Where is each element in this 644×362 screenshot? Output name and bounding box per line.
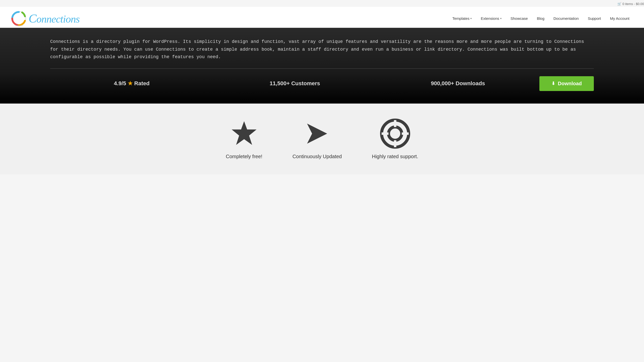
stat-customers: 11,500+ Customers [213, 80, 376, 87]
features-grid: Completely free! Continuously Updated [172, 119, 473, 159]
nav-item-extensions[interactable]: Extensions ▾ [476, 9, 506, 28]
feature-support: Highly rated support. [372, 119, 418, 159]
hero-section: Connections is a directory plugin for Wo… [0, 28, 644, 104]
nav-item-blog[interactable]: Blog [532, 9, 549, 28]
cart-icon: 🛒 [617, 2, 621, 6]
star-icon: ★ [128, 80, 133, 86]
nav-item-showcase[interactable]: Showcase [506, 9, 532, 28]
stat-rating: 4.9/5 ★ Rated [50, 80, 213, 87]
nav-item-my-account[interactable]: My Account [605, 9, 634, 28]
feature-free: Completely free! [226, 119, 262, 159]
feature-updated: Continuously Updated [293, 119, 342, 159]
svg-marker-3 [307, 124, 327, 144]
hero-stats: 4.9/5 ★ Rated 11,500+ Customers 900,000+… [50, 76, 594, 91]
feature-icon-free [229, 119, 259, 149]
dropdown-arrow-templates: ▾ [470, 17, 472, 20]
hero-description: Connections is a directory plugin for Wo… [50, 38, 594, 61]
lifering-icon [380, 119, 410, 149]
stat-downloads: 900,000+ Downloads [376, 80, 539, 87]
cart-text: 0 items - $0.00 [622, 2, 644, 6]
features-section: Completely free! Continuously Updated [0, 104, 644, 174]
hero-divider [50, 68, 594, 69]
star-icon-large [230, 120, 258, 147]
header-top: 🛒 0 items - $0.00 [0, 0, 644, 7]
download-icon: ⬇ [551, 81, 555, 86]
download-button[interactable]: ⬇ Download [539, 76, 594, 91]
svg-point-5 [388, 127, 402, 140]
nav-item-documentation[interactable]: Documentation [549, 9, 583, 28]
feature-icon-support [380, 119, 410, 149]
header-main: Connections Templates ▾ Extensions ▾ Sho… [10, 7, 634, 28]
header: 🛒 0 items - $0.00 [0, 0, 644, 28]
nav-item-templates[interactable]: Templates ▾ [448, 9, 476, 28]
feature-label-support: Highly rated support. [372, 154, 418, 159]
logo[interactable]: Connections [10, 10, 80, 27]
feature-icon-updated [302, 119, 332, 149]
feature-label-free: Completely free! [226, 154, 262, 159]
logo-icon [10, 10, 28, 27]
logo-text: Connections [29, 12, 80, 25]
main-nav: Templates ▾ Extensions ▾ Showcase Blog D… [448, 9, 634, 28]
feature-label-updated: Continuously Updated [293, 154, 342, 159]
navigation-icon [305, 121, 330, 146]
nav-item-support[interactable]: Support [583, 9, 606, 28]
svg-marker-2 [232, 121, 256, 145]
svg-point-1 [15, 25, 24, 26]
dropdown-arrow-extensions: ▾ [500, 17, 502, 20]
